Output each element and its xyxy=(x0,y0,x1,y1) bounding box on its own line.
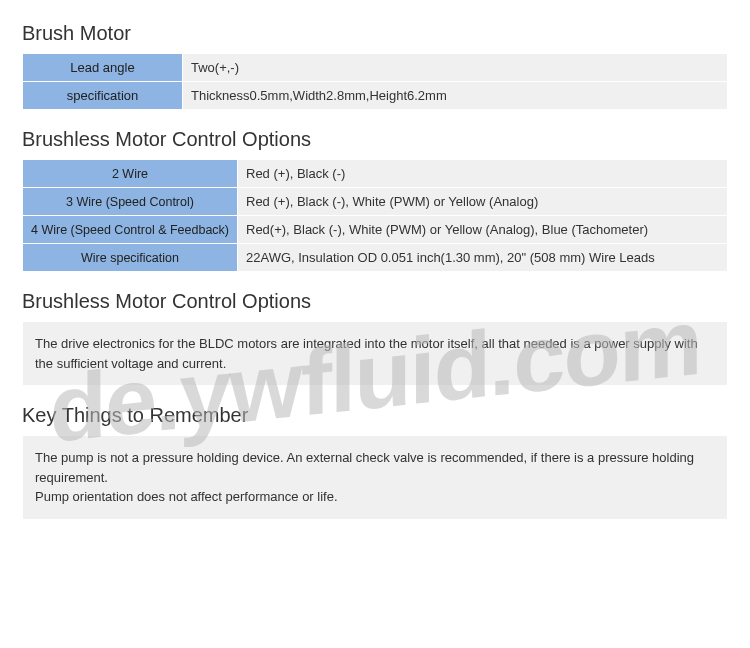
cell-label: 3 Wire (Speed Control) xyxy=(23,188,238,216)
table-brush-motor: Lead angle Two(+,-) specification Thickn… xyxy=(22,53,728,110)
table-row: 2 Wire Red (+), Black (-) xyxy=(23,160,728,188)
cell-label: Lead angle xyxy=(23,54,183,82)
cell-value: Red (+), Black (-) xyxy=(238,160,728,188)
text-line: The pump is not a pressure holding devic… xyxy=(35,450,694,485)
paragraph-key-things: The pump is not a pressure holding devic… xyxy=(22,435,728,520)
table-row: 3 Wire (Speed Control) Red (+), Black (-… xyxy=(23,188,728,216)
cell-label: 4 Wire (Speed Control & Feedback) xyxy=(23,216,238,244)
paragraph-brushless-desc: The drive electronics for the BLDC motor… xyxy=(22,321,728,386)
cell-value: Red (+), Black (-), White (PWM) or Yello… xyxy=(238,188,728,216)
cell-label: Wire specification xyxy=(23,244,238,272)
cell-label: 2 Wire xyxy=(23,160,238,188)
table-row: specification Thickness0.5mm,Width2.8mm,… xyxy=(23,82,728,110)
table-brushless-options: 2 Wire Red (+), Black (-) 3 Wire (Speed … xyxy=(22,159,728,272)
table-row: 4 Wire (Speed Control & Feedback) Red(+)… xyxy=(23,216,728,244)
section-title-brushless-desc: Brushless Motor Control Options xyxy=(22,290,728,313)
cell-value: Two(+,-) xyxy=(183,54,728,82)
section-title-key-things: Key Things to Remember xyxy=(22,404,728,427)
cell-label: specification xyxy=(23,82,183,110)
table-row: Lead angle Two(+,-) xyxy=(23,54,728,82)
text-line: Pump orientation does not affect perform… xyxy=(35,489,338,504)
section-title-brushless-options: Brushless Motor Control Options xyxy=(22,128,728,151)
section-title-brush-motor: Brush Motor xyxy=(22,22,728,45)
cell-value: Thickness0.5mm,Width2.8mm,Height6.2mm xyxy=(183,82,728,110)
table-row: Wire specification 22AWG, Insulation OD … xyxy=(23,244,728,272)
cell-value: Red(+), Black (-), White (PWM) or Yellow… xyxy=(238,216,728,244)
cell-value: 22AWG, Insulation OD 0.051 inch(1.30 mm)… xyxy=(238,244,728,272)
